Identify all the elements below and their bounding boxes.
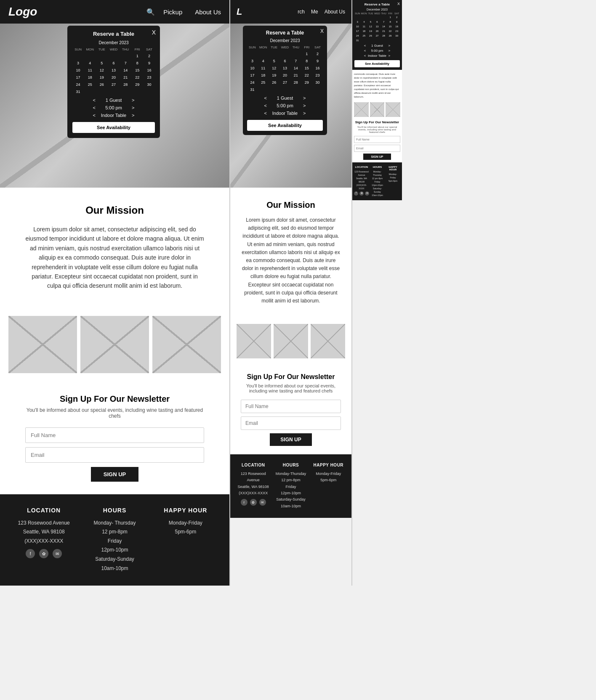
r-cal-day[interactable]: 11 [361, 24, 367, 29]
right-modal-close[interactable]: X [397, 2, 400, 6]
see-availability-button[interactable]: See Availability [72, 122, 155, 133]
right-newsletter-email-input[interactable] [354, 145, 400, 152]
cal-day-20[interactable]: 20 [108, 74, 119, 81]
cal-day-10[interactable]: 10 [72, 67, 84, 74]
r-cal-day[interactable]: 9 [394, 20, 400, 24]
right-table-next[interactable]: > [388, 54, 391, 58]
mid-nav-search[interactable]: rch [298, 9, 305, 15]
cal-day[interactable]: 15 [301, 65, 312, 72]
cal-day[interactable]: 23 [312, 72, 323, 79]
right-guest-prev[interactable]: < [364, 44, 366, 48]
cal-day-24[interactable]: 24 [72, 81, 84, 88]
mid-table-prev[interactable]: < [264, 111, 267, 116]
r-cal-day[interactable]: 7 [380, 20, 387, 24]
mid-time-next[interactable]: > [303, 103, 306, 108]
right-instagram-icon[interactable]: ✿ [359, 191, 364, 196]
cal-day-13[interactable]: 13 [108, 67, 119, 74]
table-next-arrow[interactable]: > [132, 113, 134, 118]
newsletter-email-input[interactable] [25, 447, 204, 463]
cal-day-23[interactable]: 23 [144, 74, 155, 81]
cal-day-5[interactable]: 5 [96, 60, 107, 66]
right-email-icon[interactable]: ✉ [365, 191, 369, 196]
cal-day[interactable]: 7 [290, 58, 301, 64]
right-table-prev[interactable]: < [364, 54, 366, 58]
cal-day[interactable]: 17 [247, 72, 258, 79]
cal-day[interactable]: 22 [301, 72, 312, 79]
mid-nav-about[interactable]: About Us [325, 9, 345, 15]
cal-day-12[interactable]: 12 [96, 67, 107, 74]
r-cal-day[interactable]: 1 [387, 15, 394, 19]
right-time-next[interactable]: > [388, 49, 391, 53]
mid-newsletter-signup-button[interactable]: SIGN UP [270, 433, 311, 446]
nav-link-pickup[interactable]: Pickup [163, 8, 182, 16]
r-cal-day[interactable]: 27 [374, 34, 380, 38]
cal-day[interactable]: 20 [280, 72, 290, 79]
cal-day-22[interactable]: 22 [132, 74, 143, 81]
cal-day-25[interactable]: 25 [84, 81, 96, 88]
left-modal-close[interactable]: X [152, 29, 156, 36]
mid-see-availability-button[interactable]: See Availability [247, 120, 323, 131]
cal-day-29[interactable]: 29 [132, 81, 143, 88]
mid-email-icon[interactable]: ✉ [259, 499, 266, 506]
r-cal-day[interactable]: 2 [394, 15, 400, 19]
r-cal-day[interactable]: 26 [367, 34, 374, 38]
cal-day-19[interactable]: 19 [96, 74, 107, 81]
r-cal-day[interactable]: 14 [380, 24, 387, 29]
cal-day[interactable]: 24 [247, 79, 258, 86]
cal-day[interactable]: 9 [312, 58, 323, 64]
search-icon[interactable]: 🔍 [146, 8, 155, 16]
r-cal-day[interactable]: 18 [361, 29, 367, 33]
guest-next-arrow[interactable]: > [132, 98, 134, 103]
r-cal-day[interactable]: 24 [354, 34, 361, 38]
r-cal-day[interactable]: 17 [354, 29, 361, 33]
cal-day[interactable]: 12 [269, 65, 279, 72]
email-icon[interactable]: ✉ [53, 549, 62, 558]
time-prev-arrow[interactable]: < [93, 105, 96, 110]
cal-day[interactable]: 10 [247, 65, 258, 72]
cal-day-27[interactable]: 27 [108, 81, 119, 88]
cal-day[interactable]: 29 [301, 79, 312, 86]
newsletter-signup-button[interactable]: SIGN UP [91, 467, 138, 482]
mid-instagram-icon[interactable]: ✿ [250, 499, 257, 506]
r-cal-day[interactable]: 20 [374, 29, 380, 33]
r-cal-day[interactable]: 16 [394, 24, 400, 29]
guest-prev-arrow[interactable]: < [93, 98, 96, 103]
cal-day[interactable]: 26 [269, 79, 279, 86]
facebook-icon[interactable]: f [26, 549, 35, 558]
cal-day[interactable]: 2 [312, 50, 323, 57]
cal-day[interactable]: 3 [247, 58, 258, 64]
cal-day[interactable]: 4 [258, 58, 269, 64]
cal-day[interactable]: 31 [247, 86, 258, 93]
mid-facebook-icon[interactable]: f [241, 499, 247, 506]
time-next-arrow[interactable]: > [132, 105, 134, 110]
cal-day[interactable]: 28 [290, 79, 301, 86]
cal-day-11[interactable]: 11 [84, 67, 96, 74]
mid-newsletter-email-input[interactable] [241, 416, 341, 430]
cal-day-4[interactable]: 4 [84, 60, 96, 66]
cal-day-31[interactable]: 31 [72, 88, 84, 95]
right-facebook-icon[interactable]: f [354, 191, 358, 196]
nav-link-about[interactable]: About Us [195, 8, 221, 16]
cal-day[interactable]: 30 [312, 79, 323, 86]
cal-day[interactable]: 16 [312, 65, 323, 72]
cal-day[interactable]: 14 [290, 65, 301, 72]
cal-day-21[interactable]: 21 [120, 74, 131, 81]
r-cal-day[interactable]: 15 [387, 24, 394, 29]
r-cal-day[interactable]: 8 [387, 20, 394, 24]
cal-day[interactable]: 18 [258, 72, 269, 79]
cal-day-8[interactable]: 8 [132, 60, 143, 66]
cal-day-26[interactable]: 26 [96, 81, 107, 88]
mid-table-next[interactable]: > [303, 111, 306, 116]
cal-day[interactable]: 6 [280, 58, 290, 64]
cal-day[interactable]: 5 [269, 58, 279, 64]
cal-day-9[interactable]: 9 [144, 60, 155, 66]
r-cal-day[interactable]: 12 [367, 24, 374, 29]
cal-day-18[interactable]: 18 [84, 74, 96, 81]
cal-day[interactable]: 19 [269, 72, 279, 79]
cal-day[interactable]: 8 [301, 58, 312, 64]
r-cal-day[interactable]: 23 [394, 29, 400, 33]
r-cal-day[interactable]: 4 [361, 20, 367, 24]
mid-time-prev[interactable]: < [264, 103, 267, 108]
r-cal-day[interactable]: 31 [354, 38, 361, 42]
r-cal-day[interactable]: 21 [380, 29, 387, 33]
